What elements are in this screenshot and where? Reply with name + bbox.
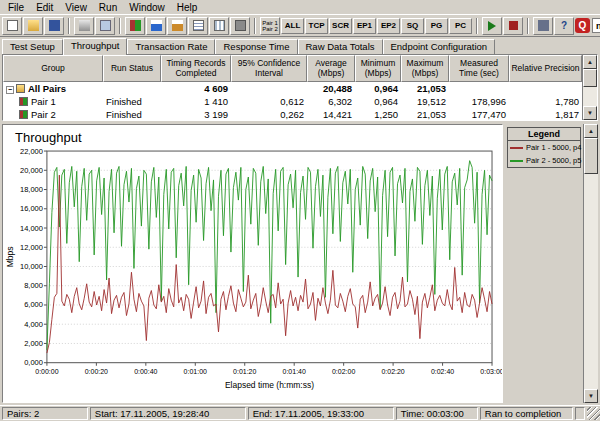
results-table-header: Group Run Status Timing Records Complete… (3, 55, 582, 82)
y-tick-label: 0,000 (24, 358, 43, 367)
open-icon (28, 20, 39, 31)
scroll-down-icon[interactable]: ▼ (584, 389, 598, 403)
resize-grip[interactable] (587, 407, 600, 420)
cell-run-status: Finished (103, 109, 161, 120)
col-header-minimum[interactable]: Minimum (Mbps) (355, 55, 401, 82)
tab-throughput[interactable]: Throughput (63, 38, 128, 55)
table-row-pair-1[interactable]: Pair 1 Finished 1 410 0,612 6,302 0,964 … (3, 95, 582, 108)
legend-label-0: Pair 1 - 5000, p4 (526, 143, 581, 152)
scroll-down-icon[interactable]: ▼ (583, 106, 597, 120)
toolbar-separator (476, 18, 478, 34)
save-button[interactable] (44, 17, 64, 35)
ep2-button[interactable]: EP2 (377, 18, 400, 34)
stop-button[interactable] (503, 17, 523, 35)
pg-button[interactable]: PG (425, 18, 448, 34)
tab-raw-data-totals[interactable]: Raw Data Totals (298, 39, 383, 54)
x-tick-label: 0:02:00 (332, 368, 355, 375)
table-scrollbar[interactable]: ▲ ▼ (582, 55, 597, 120)
scroll-up-icon[interactable]: ▲ (584, 124, 598, 138)
pane-scroll-thumb[interactable] (584, 138, 598, 174)
cell-group: −All Pairs (3, 83, 103, 94)
new-button[interactable] (2, 17, 22, 35)
help-button[interactable]: ? (554, 17, 574, 35)
cell-minimum: 0,964 (355, 96, 401, 107)
export-button[interactable] (95, 17, 115, 35)
pane-scrollbar[interactable]: ▲ ▼ (583, 124, 598, 403)
open-button[interactable] (23, 17, 43, 35)
sq-button[interactable]: SQ (401, 18, 424, 34)
menu-help[interactable]: Help (171, 1, 204, 14)
toolbar-separator (119, 18, 121, 34)
pane-scroll-track[interactable] (584, 138, 598, 389)
ep1-button[interactable]: EP1 (353, 18, 376, 34)
toolbar-separator (527, 18, 529, 34)
snapshot-button[interactable] (230, 17, 250, 35)
chart-line-button[interactable] (146, 17, 166, 35)
cell-average: 6,302 (307, 96, 355, 107)
y-tick-label: 22,000 (20, 147, 43, 156)
col-header-average[interactable]: Average (Mbps) (307, 55, 355, 82)
print-button[interactable] (74, 17, 94, 35)
grid-button[interactable] (209, 17, 229, 35)
table-scroll-track[interactable] (583, 69, 597, 106)
export-icon (100, 20, 111, 31)
table-scroll-thumb[interactable] (583, 69, 597, 87)
legend-entry-pair2: Pair 2 - 5000, p5 (508, 154, 580, 167)
settings-button[interactable] (533, 17, 553, 35)
report-icon (193, 20, 204, 31)
col-header-timing-records[interactable]: Timing Records Completed (161, 55, 231, 82)
status-run-result: Ran to completion (480, 407, 574, 420)
chart-pie-button[interactable] (167, 17, 187, 35)
status-end-time: End: 17.11.2005, 19:33:00 (248, 407, 394, 420)
toolbar: Pair 1 Pair 2 ALL TCP SCR EP1 EP2 SQ PG … (0, 14, 600, 37)
pair-selector-button[interactable]: Pair 1 Pair 2 (260, 17, 280, 35)
x-tick-label: 0:00:40 (134, 368, 157, 375)
menu-edit[interactable]: Edit (30, 1, 59, 14)
report-button[interactable] (188, 17, 208, 35)
pair-chart-icon (19, 97, 28, 106)
chart-throughput-button[interactable] (125, 17, 145, 35)
menu-run[interactable]: Run (93, 1, 123, 14)
status-pairs: Pairs: 2 (2, 407, 88, 420)
col-header-group[interactable]: Group (3, 55, 103, 82)
new-icon (7, 20, 18, 31)
y-tick-label: 2,000 (24, 339, 43, 348)
legend-label-1: Pair 2 - 5000, p5 (526, 156, 581, 165)
x-tick-label: 0:03:00 (480, 368, 502, 375)
results-table-main: Group Run Status Timing Records Complete… (3, 55, 582, 120)
table-row-pair-2[interactable]: Pair 2 Finished 3 199 0,262 14,421 1,250… (3, 108, 582, 120)
cell-minimum: 0,964 (355, 83, 401, 94)
scroll-up-icon[interactable]: ▲ (583, 55, 597, 69)
x-tick-label: 0:01:40 (283, 368, 306, 375)
x-tick-label: 0:01:20 (233, 368, 256, 375)
col-header-maximum[interactable]: Maximum (Mbps) (401, 55, 449, 82)
cell-confidence: 0,262 (231, 109, 307, 120)
cell-confidence: 0,612 (231, 96, 307, 107)
col-header-confidence[interactable]: 95% Confidence Interval (231, 55, 307, 82)
tab-endpoint-configuration[interactable]: Endpoint Configuration (383, 39, 496, 54)
col-header-run-status[interactable]: Run Status (103, 55, 161, 82)
legend-title: Legend (508, 128, 580, 141)
col-header-relative-precision[interactable]: Relative Precision (509, 55, 582, 82)
menu-file[interactable]: File (2, 1, 30, 14)
legend-column: Legend Pair 1 - 5000, p4 Pair 2 - 5000, … (503, 124, 583, 403)
tab-test-setup[interactable]: Test Setup (2, 39, 63, 54)
tab-transaction-rate[interactable]: Transaction Rate (127, 39, 215, 54)
run-button[interactable] (482, 17, 502, 35)
all-button[interactable]: ALL (281, 18, 304, 34)
tab-response-time[interactable]: Response Time (215, 39, 297, 54)
legend-swatch-1 (510, 160, 523, 162)
col-header-measured-time[interactable]: Measured Time (sec) (449, 55, 509, 82)
collapse-icon[interactable]: − (6, 86, 14, 94)
scr-button[interactable]: SCR (329, 18, 352, 34)
y-tick-label: 18,000 (20, 185, 43, 194)
menu-window[interactable]: Window (123, 1, 171, 14)
tcp-button[interactable]: TCP (305, 18, 328, 34)
y-tick-label: 14,000 (20, 223, 43, 232)
table-row-all-pairs[interactable]: −All Pairs 4 609 20,488 0,964 21,053 (3, 82, 582, 95)
menu-view[interactable]: View (59, 1, 93, 14)
pc-button[interactable]: PC (449, 18, 472, 34)
netiq-net-text: net (596, 21, 600, 31)
cell-measured-time: 177,470 (449, 109, 509, 120)
print-icon (79, 20, 90, 31)
